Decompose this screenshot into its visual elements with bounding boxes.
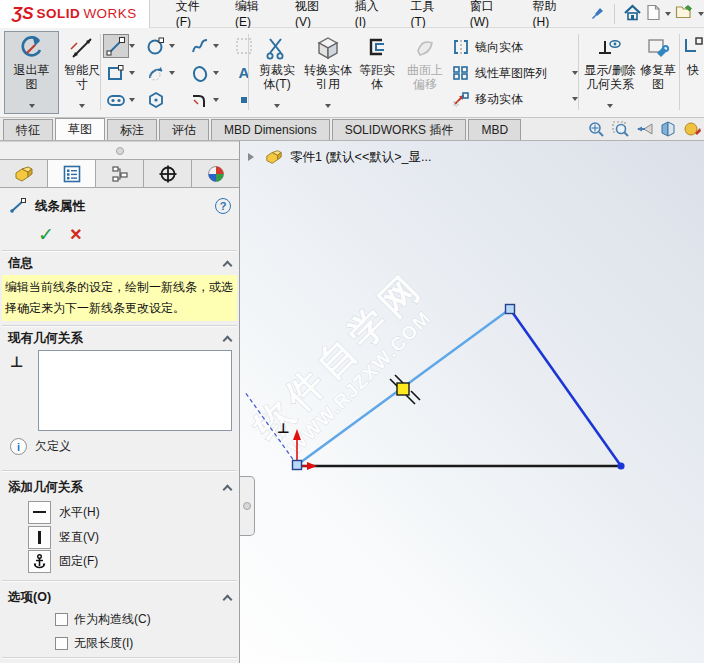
panel-splitter-vertical[interactable]: [240, 476, 255, 536]
offset-entities-button[interactable]: 等距实体: [355, 31, 399, 114]
panel-title: 线条属性: [35, 198, 85, 215]
graphics-area[interactable]: 软件自学网 WWW.RJZXW.COM ⊥: [240, 141, 704, 663]
info-icon: i: [10, 438, 27, 455]
tab-solidworks-addins[interactable]: SOLIDWORKS 插件: [332, 119, 467, 140]
toolbar-separator: [614, 4, 615, 24]
linear-pattern-button[interactable]: 线性草图阵列: [452, 60, 578, 86]
open-document-dropdown-icon[interactable]: [698, 12, 704, 19]
zoom-area-icon[interactable]: [611, 120, 630, 141]
tab-mbd-dimensions[interactable]: MBD Dimensions: [211, 119, 330, 140]
trim-dropdown-icon[interactable]: [274, 104, 280, 111]
ok-button[interactable]: ✓: [38, 223, 54, 246]
circle-dropdown-icon[interactable]: [169, 44, 175, 51]
convert-dropdown-icon[interactable]: [325, 104, 331, 111]
fillet-tool-button[interactable]: [187, 88, 213, 112]
tab-evaluate[interactable]: 评估: [159, 119, 209, 140]
relation-fix[interactable]: 固定(F): [28, 549, 98, 573]
help-button[interactable]: ?: [215, 198, 231, 214]
sketch-endpoint[interactable]: [617, 462, 624, 469]
tab-display-manager[interactable]: [192, 160, 239, 187]
tree-expand-icon[interactable]: [248, 153, 258, 161]
sketch-line-right[interactable]: [510, 309, 621, 466]
relation-horizontal[interactable]: 水平(H): [28, 500, 100, 524]
open-document-icon[interactable]: [675, 4, 694, 23]
splitter-grip-icon: [116, 147, 124, 155]
ellipse-dropdown-icon[interactable]: [213, 71, 219, 78]
info-group-header[interactable]: 信息: [0, 254, 239, 272]
new-document-dropdown-icon[interactable]: [665, 12, 671, 19]
spline-dropdown-icon[interactable]: [213, 44, 219, 51]
configuration-manager-icon: [110, 164, 130, 184]
add-relations-group-header[interactable]: 添加几何关系: [0, 478, 239, 496]
infinite-length-checkbox[interactable]: [55, 637, 68, 650]
existing-relations-listbox[interactable]: [38, 350, 232, 431]
fillet-dropdown-icon[interactable]: [213, 98, 219, 105]
home-icon[interactable]: [623, 4, 642, 24]
collapse-chevron-icon[interactable]: [223, 335, 233, 345]
surface-offset-icon: [412, 35, 438, 61]
quick-snaps-button-clipped[interactable]: 快: [682, 31, 704, 114]
vertex-handle-apex[interactable]: [506, 305, 515, 314]
collapse-chevron-icon[interactable]: [223, 260, 233, 270]
vertex-handle-origin[interactable]: [293, 461, 302, 470]
rectangle-tool-button[interactable]: [103, 61, 129, 85]
tab-features[interactable]: 特征: [3, 119, 53, 140]
zoom-fit-icon[interactable]: [587, 120, 606, 141]
panel-tabs: [0, 159, 239, 188]
relation-vertical[interactable]: 竖直(V): [28, 525, 99, 549]
cancel-button[interactable]: ×: [70, 226, 82, 242]
rectangle-dropdown-icon[interactable]: [129, 71, 135, 78]
circle-tool-button[interactable]: [143, 34, 169, 58]
surface-offset-label: 曲面上偏移: [402, 63, 448, 91]
tab-sketch[interactable]: 草图: [55, 118, 105, 140]
line-dropdown-icon[interactable]: [129, 44, 135, 51]
move-entities-button[interactable]: 移动实体: [452, 86, 578, 112]
tab-annotation[interactable]: 标注: [107, 119, 157, 140]
construction-line-checkbox[interactable]: [55, 613, 68, 626]
tab-configuration-manager[interactable]: [96, 160, 144, 187]
pin-menu-icon[interactable]: [591, 5, 606, 23]
tab-mbd[interactable]: MBD: [468, 119, 521, 140]
polygon-tool-button[interactable]: [143, 88, 169, 112]
property-manager-icon: [62, 164, 82, 184]
repair-sketch-button[interactable]: 修复草图: [640, 31, 676, 114]
mirror-entities-button[interactable]: 镜向实体: [452, 34, 578, 60]
display-delete-relations-button[interactable]: 显示/删除几何关系: [582, 31, 638, 114]
section-view-icon[interactable]: [659, 120, 678, 141]
display-delete-relations-dropdown-icon[interactable]: [607, 104, 613, 111]
exit-sketch-button[interactable]: 退出草图: [4, 31, 59, 114]
existing-relations-group-header[interactable]: 现有几何关系: [0, 329, 239, 347]
smart-dimension-button[interactable]: 智能尺寸: [61, 31, 103, 114]
tab-dimxpert-manager[interactable]: [144, 160, 192, 187]
part-icon: [264, 148, 284, 166]
horizontal-relation-button[interactable]: [28, 501, 51, 524]
panel-splitter-horizontal[interactable]: [0, 141, 239, 159]
line-tool-button[interactable]: [103, 34, 129, 58]
new-document-icon[interactable]: [646, 4, 661, 24]
infinite-length-option[interactable]: 无限长度(I): [55, 634, 133, 652]
edit-appearance-icon[interactable]: [683, 120, 702, 141]
arc-dropdown-icon[interactable]: [169, 71, 175, 78]
arc-tool-button[interactable]: [143, 61, 169, 85]
tab-property-manager[interactable]: [48, 160, 96, 187]
slot-tool-button[interactable]: [103, 88, 129, 112]
options-group-header[interactable]: 选项(O): [0, 588, 239, 606]
tree-root-label[interactable]: 零件1 (默认<<默认>_显...: [290, 149, 431, 166]
sketch-canvas[interactable]: 软件自学网 WWW.RJZXW.COM ⊥: [240, 141, 704, 663]
previous-view-icon[interactable]: [635, 120, 654, 141]
feature-tree-flyout[interactable]: 零件1 (默认<<默认>_显...: [248, 148, 431, 166]
slot-dropdown-icon[interactable]: [129, 98, 135, 105]
smart-dimension-dropdown-icon[interactable]: [79, 104, 85, 111]
collapse-chevron-icon[interactable]: [223, 594, 233, 604]
vertical-relation-button[interactable]: [28, 526, 51, 549]
collapse-chevron-icon[interactable]: [223, 484, 233, 494]
construction-line-option[interactable]: 作为构造线(C): [55, 610, 151, 628]
tab-featuremanager-tree[interactable]: [0, 160, 48, 187]
ellipse-tool-button[interactable]: [187, 61, 213, 85]
spline-tool-button[interactable]: [187, 34, 213, 58]
trim-entities-button[interactable]: 剪裁实体(T): [253, 31, 301, 114]
exit-sketch-dropdown-icon[interactable]: [29, 104, 35, 111]
convert-entities-button[interactable]: 转换实体引用: [303, 31, 353, 114]
mirror-entities-label: 镜向实体: [475, 39, 523, 56]
fix-relation-button[interactable]: [28, 550, 51, 573]
